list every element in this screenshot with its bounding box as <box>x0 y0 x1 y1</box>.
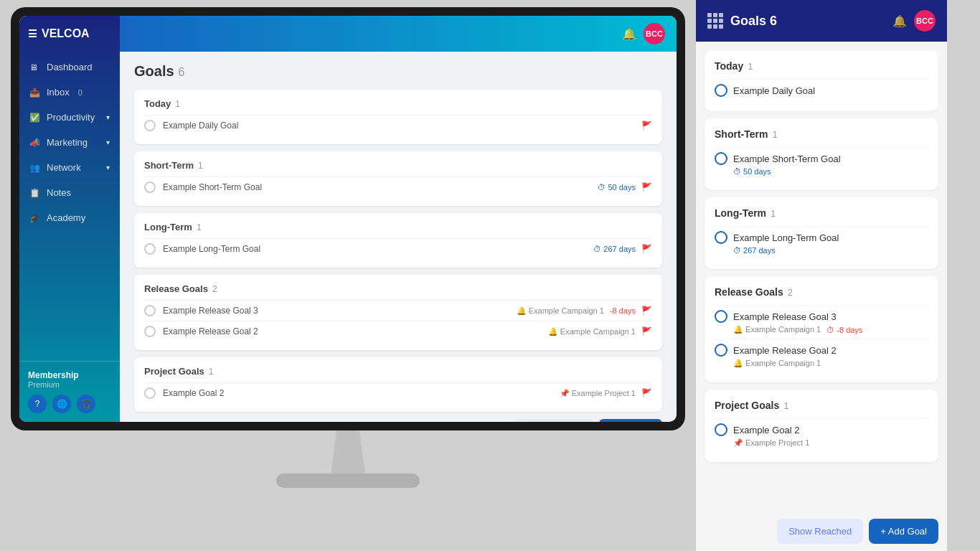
goal-checkbox[interactable] <box>144 182 156 193</box>
project-goals-title: Project Goals <box>144 366 204 377</box>
monitor-section: ☰ VELCOA 🖥 Dashboard 📥 Inbox 0 ✅ <box>0 0 696 551</box>
goal-name: Example Release Goal 3 <box>163 306 517 316</box>
sidebar-item-label: Network <box>47 162 81 173</box>
goal-checkbox[interactable] <box>144 305 156 316</box>
goal-campaign: 🔔 Example Campaign 1 <box>548 327 636 336</box>
help-icon-btn[interactable]: ? <box>28 395 47 413</box>
right-long-term-section: Long-Term 1 Example Long-Term Goal ⏱ 267… <box>705 197 938 269</box>
right-panel: Goals 6 🔔 BCC Today 1 Example Daily Goal… <box>696 0 947 551</box>
page-title: Goals 6 <box>134 63 662 80</box>
goal-meta: 🚩 <box>641 121 652 131</box>
right-goal-campaign: 🔔 Example Campaign 1 <box>733 325 821 334</box>
sidebar-item-label: Inbox <box>47 87 70 98</box>
today-section: Today 1 Example Daily Goal 🚩 <box>134 90 662 144</box>
flag-icon[interactable]: 🚩 <box>641 244 652 254</box>
right-long-term-title: Long-Term <box>715 207 766 219</box>
flag-icon[interactable]: 🚩 <box>641 121 652 131</box>
right-header: Goals 6 🔔 BCC <box>696 0 947 42</box>
right-short-term-count: 1 <box>772 129 777 140</box>
sidebar-item-label: Academy <box>47 212 85 223</box>
flag-icon[interactable]: 🚩 <box>641 306 652 316</box>
sidebar-nav: 🖥 Dashboard 📥 Inbox 0 ✅ Productivity ▾ <box>19 52 120 361</box>
right-goal-main: Example Goal 2 <box>715 423 928 436</box>
goal-name: Example Daily Goal <box>163 121 641 131</box>
sidebar-item-label: Marketing <box>47 137 88 148</box>
goal-meta: 📌 Example Project 1 🚩 <box>560 388 652 398</box>
right-goal-main: Example Short-Term Goal <box>715 152 928 165</box>
logo-icon: ☰ <box>28 28 37 39</box>
sidebar-item-network[interactable]: 👥 Network ▾ <box>19 155 120 180</box>
goal-name: Example Goal 2 <box>163 388 560 398</box>
sidebar-item-dashboard[interactable]: 🖥 Dashboard <box>19 55 120 80</box>
goal-meta: ⏱ 50 days 🚩 <box>598 182 652 192</box>
release-goals-section: Release Goals 2 Example Release Goal 3 🔔… <box>134 275 662 350</box>
flag-icon[interactable]: 🚩 <box>641 326 652 336</box>
stand-base <box>276 474 420 488</box>
show-reached-button[interactable]: Show Reached <box>515 419 593 422</box>
release-goals-title: Release Goals <box>144 283 208 294</box>
right-goal-sub: ⏱ 50 days <box>715 167 928 176</box>
goal-checkbox[interactable] <box>144 326 156 337</box>
right-release-goals-header: Release Goals 2 <box>715 286 928 298</box>
stand-neck <box>319 430 377 474</box>
flag-icon[interactable]: 🚩 <box>641 182 652 192</box>
long-term-header: Long-Term 1 <box>144 222 652 232</box>
sidebar-bottom: Membership Premium ? 🌐 🎧 <box>19 361 120 422</box>
sidebar-item-productivity[interactable]: ✅ Productivity ▾ <box>19 105 120 130</box>
goal-name: Example Short-Term Goal <box>163 182 598 192</box>
bottom-actions: Show Reached + Add Goal <box>134 419 662 422</box>
headset-icon-btn[interactable]: 🎧 <box>77 395 95 413</box>
goal-row: Example Goal 2 📌 Example Project 1 🚩 <box>144 382 652 403</box>
right-goal-checkbox[interactable] <box>715 231 727 244</box>
notes-icon: 📋 <box>29 188 41 198</box>
right-goal-checkbox[interactable] <box>715 152 727 165</box>
short-term-section: Short-Term 1 Example Short-Term Goal ⏱ 5… <box>134 151 662 206</box>
today-title: Today <box>144 98 171 109</box>
right-release-goals-count: 2 <box>788 287 793 298</box>
sidebar-item-academy[interactable]: 🎓 Academy <box>19 205 120 230</box>
sidebar-item-inbox[interactable]: 📥 Inbox 0 <box>19 80 120 105</box>
right-goal-sub: 🔔 Example Campaign 1 ⏱ -8 days <box>715 325 928 334</box>
sidebar-item-label: Notes <box>47 187 71 198</box>
notification-bell-icon[interactable]: 🔔 <box>622 27 636 41</box>
right-goal-name: Example Long-Term Goal <box>733 232 839 243</box>
right-short-term-section: Short-Term 1 Example Short-Term Goal ⏱ 5… <box>705 118 938 190</box>
right-goal-name: Example Release Goal 2 <box>733 345 837 356</box>
goal-meta: 🔔 Example Campaign 1 🚩 <box>548 326 652 336</box>
sidebar-item-marketing[interactable]: 📣 Marketing ▾ <box>19 130 120 155</box>
right-long-term-header: Long-Term 1 <box>715 207 928 219</box>
monitor-bezel: ☰ VELCOA 🖥 Dashboard 📥 Inbox 0 ✅ <box>11 7 685 430</box>
right-goal-main: Example Long-Term Goal <box>715 231 928 244</box>
add-goal-button[interactable]: + Add Goal <box>599 419 662 422</box>
right-bell-icon[interactable]: 🔔 <box>892 14 907 28</box>
right-goal-checkbox[interactable] <box>715 344 727 357</box>
right-goal-row: Example Long-Term Goal ⏱ 267 days <box>715 226 928 259</box>
page-title-count: 6 <box>179 66 185 79</box>
goal-project: 📌 Example Project 1 <box>560 389 636 398</box>
user-avatar[interactable]: BCC <box>644 23 665 44</box>
right-project-goals-header: Project Goals 1 <box>715 400 928 411</box>
sidebar-item-notes[interactable]: 📋 Notes <box>19 180 120 205</box>
goal-checkbox[interactable] <box>144 120 156 131</box>
right-goal-name: Example Goal 2 <box>733 425 800 435</box>
main-content: 🔔 BCC Goals 6 Today 1 <box>120 16 677 422</box>
right-add-goal-button[interactable]: + Add Goal <box>869 519 938 544</box>
right-today-count: 1 <box>748 61 753 72</box>
right-goal-checkbox[interactable] <box>715 310 727 323</box>
today-header: Today 1 <box>144 98 652 109</box>
goal-row: Example Release Goal 2 🔔 Example Campaig… <box>144 321 652 342</box>
project-goals-header: Project Goals 1 <box>144 366 652 377</box>
membership-label: Membership <box>28 370 111 380</box>
right-show-reached-button[interactable]: Show Reached <box>777 519 863 544</box>
goal-checkbox[interactable] <box>144 243 156 255</box>
goal-checkbox[interactable] <box>144 387 156 399</box>
flag-icon[interactable]: 🚩 <box>641 388 652 398</box>
right-goal-checkbox[interactable] <box>715 423 727 436</box>
globe-icon-btn[interactable]: 🌐 <box>52 395 71 413</box>
long-term-section: Long-Term 1 Example Long-Term Goal ⏱ 267… <box>134 213 662 268</box>
right-goal-name: Example Daily Goal <box>733 85 815 96</box>
right-goal-project: 📌 Example Project 1 <box>733 438 809 448</box>
right-release-goals-section: Release Goals 2 Example Release Goal 3 🔔… <box>705 276 938 382</box>
right-goal-checkbox[interactable] <box>715 84 727 97</box>
right-user-avatar[interactable]: BCC <box>914 10 936 32</box>
